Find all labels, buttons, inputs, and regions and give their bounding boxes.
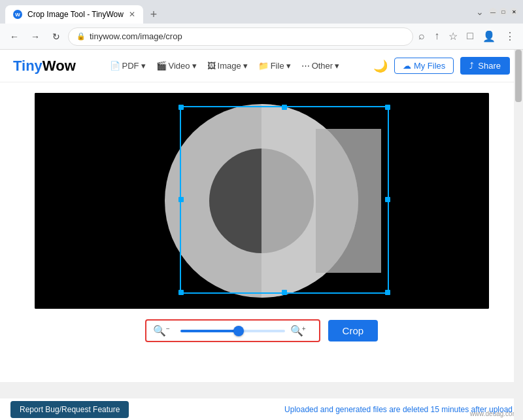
footer: Report Bug/Request Feature Uploaded and … [0, 398, 523, 420]
crop-handle-bottomleft[interactable] [178, 290, 184, 295]
report-bug-button[interactable]: Report Bug/Request Feature [10, 401, 129, 418]
other-chevron: ▾ [335, 61, 339, 71]
zoom-thumb[interactable] [233, 326, 244, 336]
page-content: TinyWow 📄 PDF ▾ 🎬 Video ▾ 🖼 Image ▾ 📁 Fi… [0, 50, 523, 382]
bookmark-icon[interactable]: ☆ [446, 27, 460, 45]
refresh-button[interactable]: ↻ [47, 27, 65, 46]
crop-handle-topright[interactable] [385, 105, 390, 110]
nav-other[interactable]: ⋯ Other ▾ [301, 61, 340, 71]
site-logo[interactable]: TinyWow [13, 58, 76, 75]
crop-handle-bottomcenter[interactable] [282, 290, 287, 295]
crop-handle-midright[interactable] [385, 197, 390, 202]
scrollbar-thumb[interactable] [515, 50, 522, 102]
share-icon: ⤴ [469, 61, 474, 71]
nav-pdf[interactable]: 📄 PDF ▾ [110, 61, 146, 71]
my-files-button[interactable]: ☁ My Files [394, 58, 454, 74]
header-right: 🌙 ☁ My Files ⤴ Share [373, 57, 510, 75]
tab-bar: W Crop Image Tool - TinyWow ✕ + [5, 0, 163, 24]
favicon-letter: W [15, 12, 20, 18]
zoom-plus-symbol: + [302, 325, 306, 332]
crop-handle-topcenter[interactable] [282, 105, 287, 110]
video-icon: 🎬 [156, 61, 167, 71]
title-bar: W Crop Image Tool - TinyWow ✕ + ⌄ — □ ✕ [0, 0, 523, 24]
back-button[interactable]: ← [5, 27, 24, 46]
dark-mode-toggle[interactable]: 🌙 [373, 59, 388, 73]
tab-title: Crop Image Tool - TinyWow [27, 10, 124, 19]
nav-other-label: Other [312, 61, 333, 71]
nav-video-label: Video [169, 61, 190, 71]
active-tab[interactable]: W Crop Image Tool - TinyWow ✕ [5, 5, 143, 24]
extensions-icon[interactable]: □ [464, 27, 476, 45]
site-nav: 📄 PDF ▾ 🎬 Video ▾ 🖼 Image ▾ 📁 File ▾ ⋯ [110, 61, 340, 71]
nav-image-label: Image [218, 61, 241, 71]
crop-handle-midleft[interactable] [178, 197, 184, 202]
watermark: www.deuag.com [470, 410, 518, 417]
pdf-icon: 📄 [110, 61, 120, 71]
browser-toolbar: ← → ↻ 🔒 tinywow.com/image/crop ⌕ ↑ ☆ □ 👤… [0, 24, 523, 50]
nav-video[interactable]: 🎬 Video ▾ [156, 61, 197, 71]
image-canvas [35, 93, 489, 309]
share-button[interactable]: ⤴ Share [460, 57, 510, 75]
forward-button[interactable]: → [26, 27, 44, 46]
close-button[interactable]: ✕ [510, 8, 518, 16]
zoom-minus-symbol: − [166, 325, 170, 332]
scrollbar[interactable] [514, 50, 523, 420]
minimize-button[interactable]: — [489, 8, 497, 16]
controls-row: 🔍 − 🔍 + Crop [145, 319, 378, 342]
my-files-label: My Files [414, 61, 445, 71]
image-inner [35, 93, 489, 309]
file-icon: 📁 [258, 61, 269, 71]
nav-pdf-label: PDF [122, 61, 139, 71]
new-tab-button[interactable]: + [144, 5, 163, 24]
profile-icon[interactable]: 👤 [480, 27, 498, 45]
toolbar-icons: ⌕ ↑ ☆ □ 👤 ⋮ [416, 27, 518, 45]
site-header: TinyWow 📄 PDF ▾ 🎬 Video ▾ 🖼 Image ▾ 📁 Fi… [0, 50, 523, 82]
lock-icon: 🔒 [76, 32, 86, 41]
zoom-out-icon[interactable]: 🔍 [153, 324, 166, 337]
logo-wow: Wow [42, 58, 76, 74]
share-label: Share [478, 61, 501, 71]
window-controls: ⌄ — □ ✕ [473, 4, 518, 20]
crop-handle-topleft[interactable] [178, 105, 184, 110]
main-content: 🔍 − 🔍 + Crop [0, 82, 523, 353]
address-bar[interactable]: 🔒 tinywow.com/image/crop [68, 27, 413, 46]
file-chevron: ▾ [286, 61, 291, 71]
other-icon: ⋯ [301, 61, 310, 71]
tab-close-button[interactable]: ✕ [129, 10, 135, 19]
url-text: tinywow.com/image/crop [90, 31, 182, 41]
share-icon[interactable]: ↑ [431, 27, 442, 45]
chrome-menu-icon[interactable]: ⌄ [473, 4, 486, 20]
zoom-slider[interactable] [180, 330, 285, 332]
zoom-container: 🔍 − 🔍 + [145, 319, 320, 342]
nav-file-label: File [271, 61, 284, 71]
search-icon[interactable]: ⌕ [416, 27, 428, 45]
video-chevron: ▾ [192, 61, 197, 71]
nav-file[interactable]: 📁 File ▾ [258, 61, 291, 71]
pdf-chevron: ▾ [141, 61, 146, 71]
crop-handle-bottomright[interactable] [385, 290, 390, 295]
logo-tiny: Tiny [13, 58, 42, 74]
menu-icon[interactable]: ⋮ [502, 27, 518, 45]
zoom-in-icon[interactable]: 🔍 [290, 324, 303, 337]
crop-button[interactable]: Crop [328, 320, 379, 341]
maximize-button[interactable]: □ [499, 8, 507, 16]
crop-overlay[interactable] [180, 106, 389, 294]
image-icon: 🖼 [207, 61, 216, 71]
tab-favicon: W [13, 10, 22, 19]
image-chevron: ▾ [243, 61, 248, 71]
my-files-icon: ☁ [403, 61, 411, 71]
nav-image[interactable]: 🖼 Image ▾ [207, 61, 248, 71]
